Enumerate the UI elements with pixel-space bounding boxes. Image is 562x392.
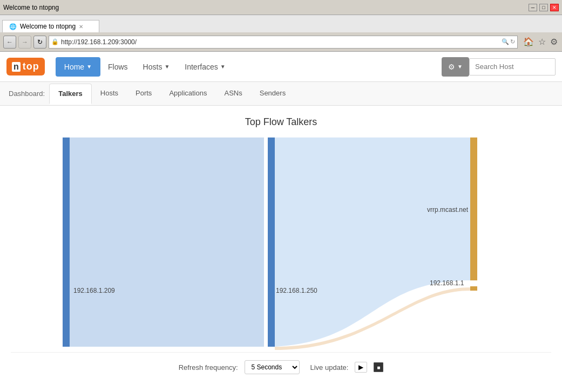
minimize-button[interactable]: ─ [529,4,537,11]
interfaces-label: Interfaces [185,63,218,71]
home-label: Home [64,63,84,71]
dashboard-label: Dashboard: [6,84,47,103]
tab-hosts[interactable]: Hosts [92,84,127,104]
title-bar-left: Welcome to ntopng [3,4,59,11]
interfaces-nav-link[interactable]: Interfaces ▼ [177,58,233,75]
address-box[interactable]: 🔒 http://192.168.1.209:3000/ 🔍 ↻ [49,36,518,49]
svg-text:192.168.1.209: 192.168.1.209 [73,287,115,294]
tab-talkers[interactable]: Talkers [49,84,92,105]
sankey-diagram: 192.168.1.209 192.168.1.250 vrrp.mcast.n… [60,136,503,352]
svg-rect-1 [63,137,70,347]
tab-ports[interactable]: Ports [127,84,160,104]
bottom-controls: Refresh frequency: 5 Seconds 10 Seconds … [11,352,551,382]
tab-asns[interactable]: ASNs [215,84,250,104]
svg-rect-4 [470,286,477,291]
settings-icon[interactable]: ⚙ [549,36,559,48]
stop-icon: ■ [377,365,380,370]
search-host-input[interactable] [469,58,556,75]
flows-label: Flows [108,63,128,71]
refresh-button[interactable]: ↻ [33,36,46,49]
forward-button[interactable]: → [18,36,31,49]
star-icon[interactable]: ☆ [537,36,547,48]
gear-dropdown-arrow: ▼ [457,64,463,70]
ntop-logo: n top [6,58,45,75]
hosts-dropdown-arrow: ▼ [164,64,170,70]
svg-text:vrrp.mcast.net: vrrp.mcast.net [427,206,469,214]
gear-icon: ⚙ [448,63,455,71]
address-text: http://192.168.1.209:3000/ [61,38,499,46]
logo-text: top [23,61,39,72]
page-title: Welcome to ntopng [3,4,59,11]
play-icon: ▶ [358,363,363,371]
home-icon[interactable]: 🏠 [522,36,535,48]
sankey-svg: 192.168.1.209 192.168.1.250 vrrp.mcast.n… [60,136,503,352]
maximize-button[interactable]: □ [539,4,548,11]
refresh-frequency-label: Refresh frequency: [179,363,238,372]
browser-chrome: Welcome to ntopng ─ □ ✕ 🌐 Welcome to nto… [0,0,562,52]
back-button[interactable]: ← [3,36,16,49]
home-nav-button[interactable]: Home ▼ [56,57,100,77]
interfaces-dropdown-arrow: ▼ [220,64,226,70]
refresh-frequency-select[interactable]: 5 Seconds 10 Seconds 30 Seconds 1 Minute [245,360,300,374]
play-button[interactable]: ▶ [355,362,367,373]
svg-rect-0 [70,137,264,347]
address-bar-row: ← → ↻ 🔒 http://192.168.1.209:3000/ 🔍 ↻ 🏠… [0,32,562,52]
flows-nav-link[interactable]: Flows [100,58,136,75]
tab-close-button[interactable]: ✕ [79,24,83,30]
search-icon[interactable]: 🔍 [502,38,509,45]
tab-applications[interactable]: Applications [160,84,215,104]
tab-bar: 🌐 Welcome to ntopng ✕ [0,15,562,32]
app-content: n top Home ▼ Flows Hosts ▼ Interfaces ▼ … [0,52,562,392]
tab-senders[interactable]: Senders [251,84,294,104]
toolbar-icons: 🏠 ☆ ⚙ [522,36,559,48]
sub-tabs: Dashboard: Talkers Hosts Ports Applicati… [0,82,562,106]
nav-links: Home ▼ Flows Hosts ▼ Interfaces ▼ ⚙ ▼ [56,57,556,77]
window-controls: ─ □ ✕ [529,4,559,11]
main-content: Top Flow Talkers 192.168.1.209 [0,106,562,392]
svg-rect-2 [268,137,275,347]
address-actions: 🔍 ↻ [502,38,515,45]
live-update-label: Live update: [310,363,349,372]
top-navbar: n top Home ▼ Flows Hosts ▼ Interfaces ▼ … [0,52,562,82]
security-icon: 🔒 [51,38,59,45]
browser-tab-active[interactable]: 🌐 Welcome to ntopng ✕ [2,20,99,32]
gear-button[interactable]: ⚙ ▼ [442,57,469,77]
home-dropdown-arrow: ▼ [86,64,92,70]
chart-title: Top Flow Talkers [11,116,551,128]
tab-favicon: 🌐 [9,23,17,30]
refresh-icon[interactable]: ↻ [510,38,515,45]
title-bar: Welcome to ntopng ─ □ ✕ [0,0,562,15]
logo-n: n [12,62,21,72]
stop-button[interactable]: ■ [374,362,383,372]
tab-label: Welcome to ntopng [20,23,76,30]
hosts-label: Hosts [143,63,162,71]
svg-rect-3 [470,137,477,280]
close-button[interactable]: ✕ [550,4,559,11]
hosts-nav-link[interactable]: Hosts ▼ [136,58,178,75]
svg-text:192.168.1.250: 192.168.1.250 [276,287,317,294]
svg-text:192.168.1.1: 192.168.1.1 [430,279,464,287]
